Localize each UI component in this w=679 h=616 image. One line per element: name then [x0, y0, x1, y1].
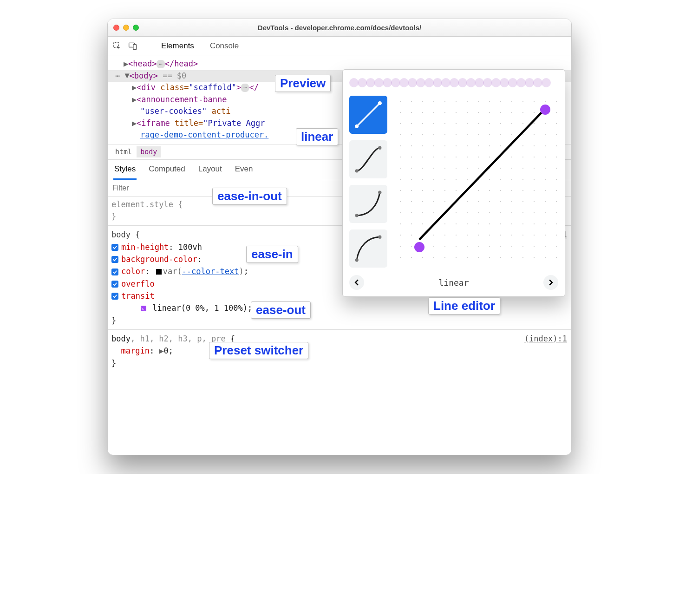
easing-curve-editor[interactable]: [395, 96, 558, 268]
breadcrumb-body[interactable]: body: [137, 146, 161, 157]
chevron-left-icon: [353, 279, 360, 286]
svg-line-12: [419, 109, 545, 240]
svg-point-10: [355, 258, 359, 262]
tab-event-listeners[interactable]: Even: [234, 160, 254, 180]
checkbox-icon[interactable]: [111, 256, 118, 263]
rule-body-group[interactable]: (index):1 body, h1, h2, h3, p, pre { mar…: [111, 333, 567, 369]
ellipsis-icon[interactable]: ⋯: [241, 84, 249, 92]
svg-point-5: [378, 101, 382, 105]
svg-point-8: [355, 214, 359, 217]
tab-styles[interactable]: Styles: [113, 160, 137, 180]
preset-linear[interactable]: [349, 96, 387, 134]
source-link[interactable]: (index):1: [524, 333, 567, 345]
svg-point-4: [355, 125, 359, 128]
callout-ease-in: ease-in: [246, 246, 298, 263]
tab-layout[interactable]: Layout: [197, 160, 223, 180]
tab-console[interactable]: Console: [205, 39, 243, 53]
color-swatch-icon[interactable]: [156, 269, 162, 275]
preset-switcher: linear: [349, 275, 558, 290]
preset-ease-in[interactable]: [349, 185, 387, 223]
titlebar: DevTools - developer.chrome.com/docs/dev…: [108, 19, 571, 37]
chevron-right-icon: [548, 279, 554, 286]
checkbox-icon[interactable]: [111, 244, 118, 251]
svg-line-3: [357, 103, 380, 126]
callout-ease-in-out: ease-in-out: [212, 188, 287, 205]
callout-line-editor: Line editor: [428, 297, 500, 315]
toolbar: Elements Console: [108, 37, 571, 55]
inspect-icon[interactable]: [112, 41, 122, 51]
checkbox-icon[interactable]: [111, 281, 118, 288]
ellipsis-icon[interactable]: ⋯: [157, 60, 164, 68]
breadcrumb-html[interactable]: html: [111, 146, 136, 157]
device-toggle-icon[interactable]: [128, 41, 137, 51]
curve-handle-end[interactable]: [540, 105, 550, 115]
easing-swatch-icon[interactable]: [141, 306, 146, 311]
window-title: DevTools - developer.chrome.com/docs/dev…: [108, 24, 571, 32]
easing-preview-strip[interactable]: [349, 75, 558, 90]
preset-name: linear: [438, 278, 469, 288]
svg-point-11: [378, 236, 381, 239]
preset-prev-button[interactable]: [349, 275, 364, 290]
tab-computed[interactable]: Computed: [148, 160, 186, 180]
preset-ease-out[interactable]: [349, 229, 387, 268]
tab-elements[interactable]: Elements: [157, 39, 199, 53]
dom-row-head[interactable]: ▶<head>⋯</head>: [115, 58, 571, 70]
callout-linear: linear: [296, 128, 338, 145]
svg-point-6: [355, 169, 359, 172]
curve-handle-start[interactable]: [414, 242, 424, 252]
svg-rect-2: [133, 44, 137, 49]
preset-next-button[interactable]: [543, 275, 558, 290]
svg-point-7: [378, 146, 381, 150]
callout-preview: Preview: [275, 75, 331, 92]
callout-preset-switcher: Preset switcher: [209, 342, 308, 359]
toolbar-divider: [147, 41, 147, 51]
checkbox-icon[interactable]: [111, 293, 118, 300]
callout-ease-out: ease-out: [251, 301, 311, 319]
devtools-window: DevTools - developer.chrome.com/docs/dev…: [107, 19, 572, 455]
preset-ease-in-out[interactable]: [349, 140, 387, 178]
svg-point-9: [378, 191, 381, 194]
easing-presets: [349, 96, 387, 268]
easing-editor-popover: linear: [342, 69, 565, 297]
rule-divider: [108, 329, 571, 330]
checkbox-icon[interactable]: [111, 269, 118, 275]
